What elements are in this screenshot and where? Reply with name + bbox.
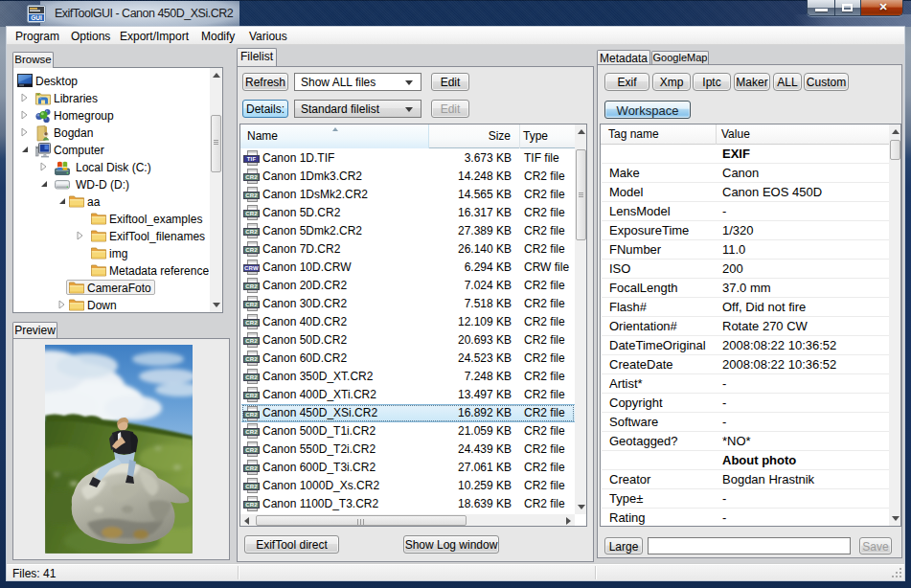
svg-text:GUI: GUI: [31, 14, 42, 21]
